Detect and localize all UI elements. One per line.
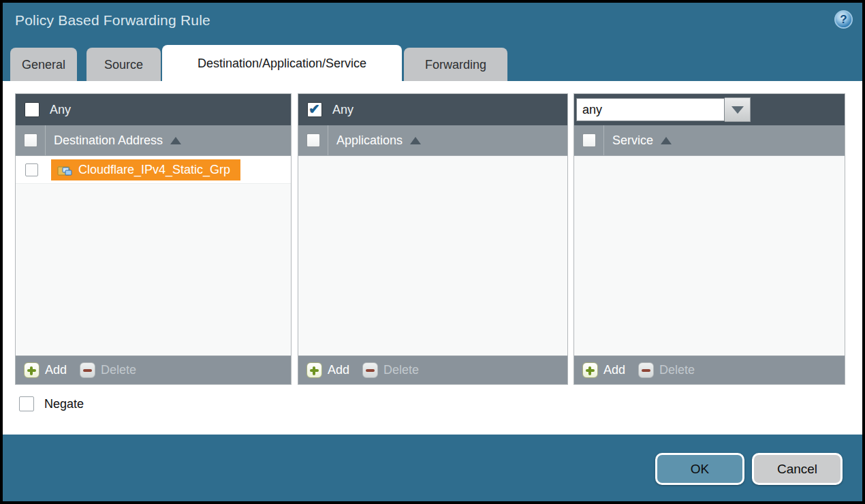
add-label: Add	[603, 363, 625, 377]
policy-based-forwarding-dialog: Policy Based Forwarding Rule ? General S…	[0, 0, 865, 504]
applications-column: Any Applications Add Delete	[298, 93, 568, 385]
destination-address-column: Any Destination Address Cloudflare_IPv4_…	[15, 93, 292, 385]
add-label: Add	[45, 363, 67, 377]
address-group-icon	[57, 163, 73, 176]
destination-address-list: Cloudflare_IPv4_Static_Grp	[16, 156, 291, 356]
cancel-button[interactable]: Cancel	[752, 453, 843, 485]
applications-select-all-checkbox[interactable]	[306, 133, 320, 147]
tab-forwarding[interactable]: Forwarding	[404, 48, 507, 82]
address-group-name: Cloudflare_IPv4_Static_Grp	[78, 163, 230, 177]
row-checkbox[interactable]	[25, 163, 38, 176]
list-item: Cloudflare_IPv4_Static_Grp	[16, 156, 291, 184]
service-select-all-checkbox[interactable]	[582, 133, 596, 147]
address-group-item[interactable]: Cloudflare_IPv4_Static_Grp	[51, 159, 240, 180]
destination-any-checkbox[interactable]	[25, 102, 40, 117]
service-header[interactable]: Service	[574, 125, 845, 156]
chevron-down-icon	[732, 106, 744, 114]
delete-button[interactable]: Delete	[362, 362, 419, 378]
minus-icon	[638, 362, 654, 378]
service-footer: Add Delete	[574, 356, 845, 384]
applications-header[interactable]: Applications	[298, 125, 567, 156]
service-header-label: Service	[612, 133, 653, 148]
service-column: any Service Add Delete	[573, 93, 845, 385]
tab-label: Source	[104, 58, 143, 72]
plus-icon	[306, 362, 322, 378]
header-checkbox-cell	[574, 125, 604, 155]
add-button[interactable]: Add	[306, 362, 349, 378]
destination-address-footer: Add Delete	[16, 356, 291, 384]
dialog-title: Policy Based Forwarding Rule	[15, 12, 210, 29]
cancel-label: Cancel	[777, 462, 817, 477]
tab-label: Destination/Application/Service	[198, 57, 366, 71]
negate-checkbox[interactable]	[19, 396, 34, 411]
plus-icon	[582, 362, 598, 378]
destination-any-label: Any	[50, 103, 71, 117]
sort-ascending-icon	[410, 137, 421, 144]
dropdown-button[interactable]	[725, 97, 751, 122]
tab-label: Forwarding	[425, 58, 486, 72]
sort-ascending-icon	[661, 137, 672, 144]
ok-label: OK	[691, 462, 709, 477]
delete-button[interactable]: Delete	[638, 362, 695, 378]
tab-destination-application-service[interactable]: Destination/Application/Service	[162, 45, 402, 82]
destination-address-header[interactable]: Destination Address	[16, 125, 291, 156]
service-mode-row: any	[574, 94, 845, 125]
tab-source[interactable]: Source	[86, 48, 161, 82]
destination-address-header-label: Destination Address	[54, 133, 163, 148]
minus-icon	[362, 362, 378, 378]
sort-ascending-icon	[170, 137, 181, 144]
tab-general[interactable]: General	[10, 48, 77, 82]
applications-footer: Add Delete	[298, 356, 567, 384]
add-label: Add	[328, 363, 349, 377]
applications-any-label: Any	[332, 103, 353, 117]
applications-any-row: Any	[298, 94, 567, 125]
header-checkbox-cell	[298, 125, 328, 155]
service-dropdown-value[interactable]: any	[576, 98, 725, 121]
destination-select-all-checkbox[interactable]	[24, 133, 37, 147]
service-list	[574, 156, 845, 356]
applications-list	[298, 156, 567, 356]
minus-icon	[80, 362, 95, 378]
tab-label: General	[22, 58, 65, 72]
negate-label: Negate	[44, 397, 84, 411]
service-mode-dropdown: any	[576, 97, 751, 122]
delete-label: Delete	[383, 363, 419, 377]
delete-label: Delete	[659, 363, 695, 377]
negate-row: Negate	[19, 396, 84, 411]
add-button[interactable]: Add	[582, 362, 625, 378]
delete-button[interactable]: Delete	[80, 362, 136, 378]
delete-label: Delete	[101, 363, 136, 377]
ok-button[interactable]: OK	[655, 453, 744, 485]
add-button[interactable]: Add	[24, 362, 67, 378]
destination-any-row: Any	[16, 94, 291, 125]
header-checkbox-cell	[16, 125, 46, 155]
help-icon[interactable]: ?	[834, 10, 853, 29]
applications-header-label: Applications	[336, 133, 403, 148]
plus-icon	[24, 362, 40, 378]
help-glyph: ?	[840, 13, 847, 27]
applications-any-checkbox[interactable]	[307, 102, 322, 117]
